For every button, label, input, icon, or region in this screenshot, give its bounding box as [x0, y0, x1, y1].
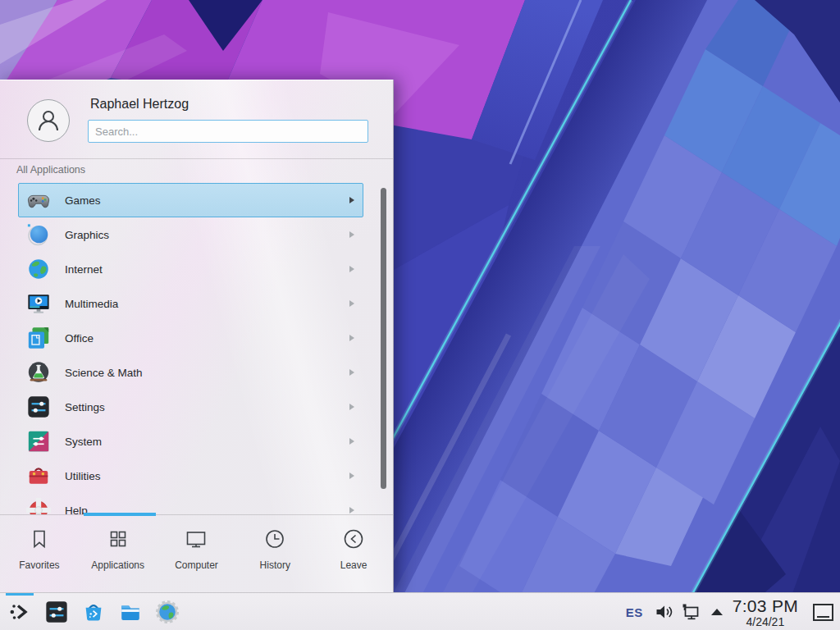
submenu-arrow-icon: [349, 300, 354, 307]
browser-button[interactable]: [155, 600, 180, 624]
submenu-arrow-icon: [349, 369, 354, 376]
tab-history[interactable]: History: [235, 515, 314, 593]
submenu-arrow-icon: [349, 438, 354, 445]
show-desktop-icon[interactable]: [813, 604, 833, 621]
system-settings-icon: [44, 600, 69, 624]
submenu-arrow-icon: [349, 507, 354, 514]
application-launcher-panel: Raphael Hertzog All Applications Games: [0, 80, 394, 592]
category-list: Games Graphics: [0, 183, 393, 514]
menu-item-office[interactable]: Office: [18, 321, 363, 355]
tab-label: History: [260, 559, 290, 571]
clock-time: 7:03 PM: [733, 597, 798, 614]
header-separator: [0, 158, 393, 159]
tab-applications[interactable]: Applications: [79, 515, 158, 593]
settings-sliders-icon: [25, 394, 52, 420]
tab-favorites[interactable]: Favorites: [0, 515, 79, 593]
discover-bag-icon: [81, 600, 106, 624]
user-name: Raphael Hertzog: [90, 97, 189, 112]
menu-item-label: Utilities: [65, 470, 349, 482]
section-label: All Applications: [16, 164, 85, 176]
system-tray: ES 7:03 PM 4/24/21: [626, 593, 833, 630]
globe-gear-icon: [155, 600, 180, 624]
menu-item-label: Multimedia: [65, 298, 349, 310]
list-scrollbar[interactable]: [381, 188, 386, 489]
menu-item-multimedia[interactable]: Multimedia: [18, 286, 363, 321]
menu-item-settings[interactable]: Settings: [18, 390, 363, 424]
menu-item-help[interactable]: Help: [18, 493, 363, 514]
menu-item-label: Internet: [65, 263, 349, 276]
menu-item-label: Graphics: [65, 229, 349, 241]
user-avatar[interactable]: [27, 99, 70, 142]
graphics-sphere-icon: [25, 221, 52, 248]
gamepad-icon: [25, 187, 52, 213]
system-tweaks-icon: [25, 428, 52, 454]
volume-icon[interactable]: [654, 602, 673, 622]
menu-item-label: Settings: [65, 401, 349, 413]
menu-item-games[interactable]: Games: [18, 183, 363, 217]
system-settings-button[interactable]: [44, 600, 69, 624]
active-task-indicator: [6, 593, 34, 596]
submenu-arrow-icon: [349, 197, 354, 203]
submenu-arrow-icon: [349, 335, 354, 341]
menu-item-graphics[interactable]: Graphics: [18, 217, 363, 252]
tab-label: Applications: [91, 559, 144, 571]
kickoff-menu-icon: [8, 600, 31, 623]
menu-item-science-math[interactable]: Science & Math: [18, 355, 363, 390]
office-document-icon: [25, 325, 52, 351]
menu-item-label: Science & Math: [65, 367, 349, 379]
menu-item-label: Office: [65, 332, 349, 345]
menu-item-label: System: [65, 436, 349, 448]
discover-button[interactable]: [81, 600, 106, 624]
science-flask-icon: [25, 359, 52, 386]
dolphin-folder-icon: [118, 600, 143, 624]
user-avatar-icon: [34, 107, 62, 135]
kickoff-launcher-button[interactable]: [7, 600, 32, 624]
submenu-arrow-icon: [349, 404, 354, 410]
submenu-arrow-icon: [349, 472, 354, 479]
app-grid-icon: [107, 527, 130, 550]
menu-item-internet[interactable]: Internet: [18, 252, 363, 286]
tab-label: Computer: [175, 559, 218, 571]
search-input[interactable]: [88, 120, 368, 143]
clock-icon: [263, 527, 286, 550]
menu-item-system[interactable]: System: [18, 424, 363, 459]
leave-circle-icon: [342, 527, 365, 550]
clock-date: 4/24/21: [746, 616, 784, 628]
menu-item-label: Games: [65, 194, 349, 207]
tab-computer[interactable]: Computer: [158, 515, 236, 593]
submenu-arrow-icon: [349, 231, 354, 238]
globe-icon: [25, 256, 52, 282]
keyboard-layout-indicator[interactable]: ES: [626, 605, 643, 619]
taskbar-launchers: [7, 593, 180, 630]
multimedia-monitor-icon: [25, 290, 52, 317]
dolphin-button[interactable]: [118, 600, 143, 624]
submenu-arrow-icon: [349, 266, 354, 272]
desktop: Raphael Hertzog All Applications Games: [0, 0, 840, 630]
taskbar: ES 7:03 PM 4/24/21: [0, 592, 840, 630]
menu-item-utilities[interactable]: Utilities: [18, 459, 363, 493]
tab-leave[interactable]: Leave: [314, 515, 393, 593]
tab-label: Favorites: [19, 559, 59, 571]
monitor-icon: [185, 527, 208, 550]
expand-tray-arrow-icon[interactable]: [711, 609, 723, 615]
bookmark-icon: [28, 527, 51, 550]
utilities-toolbox-icon: [25, 463, 52, 489]
help-lifebuoy-icon: [25, 497, 52, 514]
digital-clock[interactable]: 7:03 PM 4/24/21: [733, 597, 798, 628]
launcher-tabbar: Favorites Applications C: [0, 515, 393, 593]
tab-label: Leave: [340, 559, 368, 571]
network-icon[interactable]: [682, 603, 703, 622]
